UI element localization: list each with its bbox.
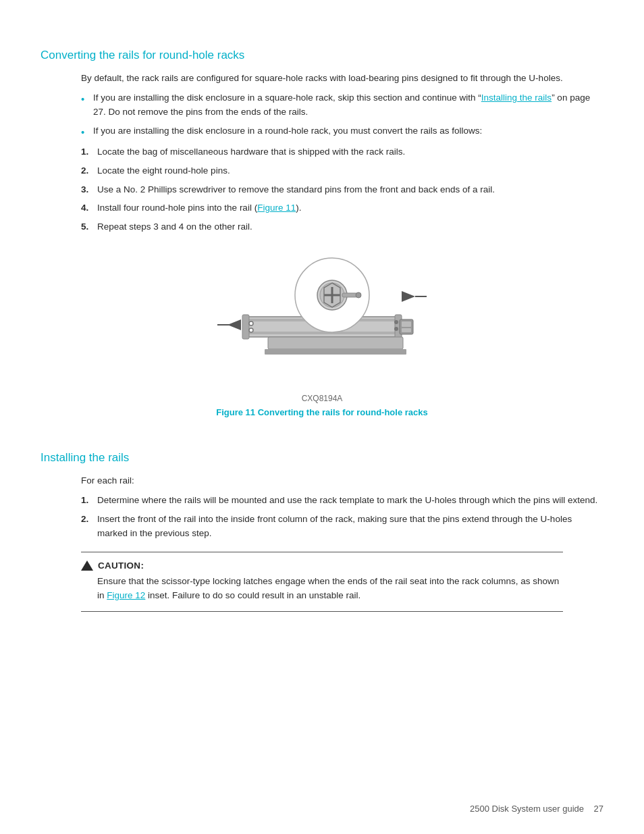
caution-text: Ensure that the scissor-type locking lat… (97, 575, 563, 603)
footer-product: 2500 Disk System user guide (470, 804, 584, 814)
footer-page-number: 27 (594, 804, 603, 814)
caution-header: CAUTION: (81, 561, 563, 571)
section1-steps: 1.Locate the bag of miscellaneous hardwa… (81, 145, 603, 235)
svg-rect-8 (268, 337, 403, 349)
svg-rect-25 (342, 293, 357, 297)
section2-steps: 1. Determine where the rails will be mou… (81, 494, 603, 541)
step-num-5: 5. (81, 220, 88, 234)
svg-point-28 (249, 328, 253, 332)
caution-box: CAUTION: Ensure that the scissor-type lo… (81, 552, 563, 612)
caution-text-after: inset. Failure to do so could result in … (145, 590, 360, 600)
section2-heading: Installing the rails (41, 451, 603, 465)
figure11-caption: Figure 11 Converting the rails for round… (216, 407, 428, 417)
installing-rails-link[interactable]: Installing the rails (481, 93, 552, 103)
figure11-image (200, 249, 444, 391)
svg-rect-15 (402, 321, 411, 327)
svg-point-26 (356, 292, 361, 298)
svg-point-27 (249, 321, 253, 325)
caution-title: CAUTION: (98, 561, 144, 571)
bullet-2-text: If you are installing the disk enclosure… (93, 126, 482, 136)
figure11-container: CXQ8194A Figure 11 Converting the rails … (81, 249, 563, 429)
step-5: 5.Repeat steps 3 and 4 on the other rail… (81, 220, 603, 234)
svg-point-10 (394, 320, 398, 324)
svg-rect-6 (242, 315, 249, 339)
step-4: 4.Install four round-hole pins into the … (81, 201, 603, 215)
step-2-text: Locate the eight round-hole pins. (97, 165, 230, 176)
svg-rect-16 (402, 328, 411, 332)
section2-step-2-text: Insert the front of the rail into the in… (97, 514, 572, 538)
step-3: 3.Use a No. 2 Phillips screwdriver to re… (81, 183, 603, 197)
section2-step-2: 2. Insert the front of the rail into the… (81, 513, 603, 541)
bullet-item-2: If you are installing the disk enclosure… (81, 124, 603, 138)
step-1-text: Locate the bag of miscellaneous hardware… (97, 147, 405, 157)
step-4-text: Install four round-hole pins into the ra… (97, 203, 301, 213)
step-1: 1.Locate the bag of miscellaneous hardwa… (81, 145, 603, 159)
bullet-1-text-before: If you are installing the disk enclosure… (93, 93, 590, 117)
section2-step-1: 1. Determine where the rails will be mou… (81, 494, 603, 508)
step-num-3: 3. (81, 183, 88, 197)
svg-point-11 (394, 327, 398, 331)
section1-bullet-list: If you are installing the disk enclosure… (81, 91, 603, 138)
step-3-text: Use a No. 2 Phillips screwdriver to remo… (97, 184, 495, 194)
figure11-link[interactable]: Figure 11 (257, 203, 296, 213)
svg-rect-5 (244, 332, 400, 334)
section2-step-num-2: 2. (81, 513, 88, 527)
bullet-item-1: If you are installing the disk enclosure… (81, 91, 603, 120)
step-5-text: Repeat steps 3 and 4 on the other rail. (97, 221, 252, 232)
section1-heading: Converting the rails for round-hole rack… (41, 49, 603, 62)
caution-triangle-icon (81, 561, 93, 571)
step-num-1: 1. (81, 145, 88, 159)
step-num-4: 4. (81, 201, 88, 215)
step-2: 2.Locate the eight round-hole pins. (81, 164, 603, 178)
section2-intro: For each rail: (81, 474, 603, 488)
section1-intro: By default, the rack rails are configure… (81, 72, 603, 86)
step-num-2: 2. (81, 164, 88, 178)
svg-rect-9 (265, 349, 406, 355)
section2-step-1-text: Determine where the rails will be mounte… (97, 495, 597, 505)
page-footer: 2500 Disk System user guide 27 (0, 804, 644, 814)
figure11-id: CXQ8194A (302, 394, 343, 403)
section2-step-num-1: 1. (81, 494, 88, 508)
figure12-link[interactable]: Figure 12 (107, 590, 145, 600)
